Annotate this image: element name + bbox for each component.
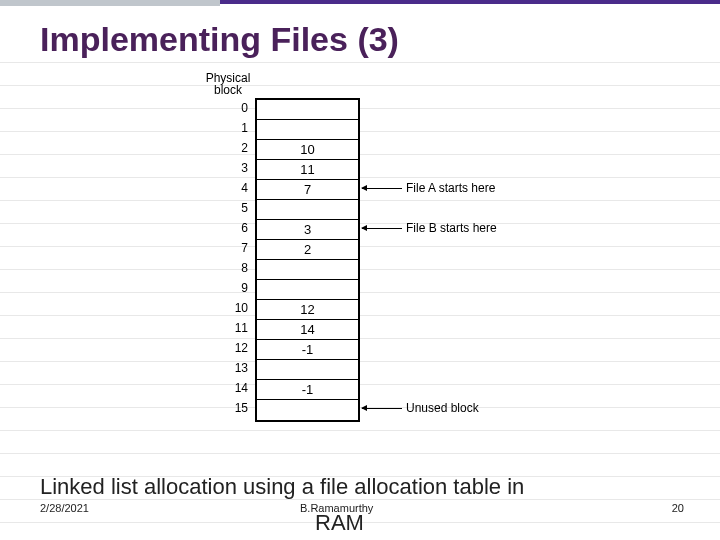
arrow-left-icon	[362, 408, 402, 409]
row-index: 10	[230, 298, 252, 318]
column-header-line2: block	[214, 83, 242, 97]
row-index: 2	[230, 138, 252, 158]
row-index: 7	[230, 238, 252, 258]
row-index: 3	[230, 158, 252, 178]
annotation-text: File A starts here	[406, 181, 495, 195]
slide-top-border	[0, 0, 720, 10]
table-row	[257, 100, 358, 120]
table-row: -1	[257, 340, 358, 360]
annotation-file-a: File A starts here	[362, 181, 495, 195]
table-row	[257, 260, 358, 280]
table-row: 11	[257, 160, 358, 180]
table-row	[257, 360, 358, 380]
row-index-labels: 0 1 2 3 4 5 6 7 8 9 10 11 12 13 14 15	[230, 98, 252, 418]
footer-author: B.Ramamurthy	[300, 502, 373, 514]
annotation-text: Unused block	[406, 401, 479, 415]
row-index: 15	[230, 398, 252, 418]
annotation-text: File B starts here	[406, 221, 497, 235]
column-header: Physical block	[188, 72, 268, 96]
caption-line1: Linked list allocation using a file allo…	[40, 474, 700, 500]
table-row: 7	[257, 180, 358, 200]
fat-table: 10 11 7 3 2 12 14 -1 -1	[255, 98, 360, 422]
annotation-file-b: File B starts here	[362, 221, 497, 235]
fat-figure: Physical block 0 1 2 3 4 5 6 7 8 9 10 11…	[200, 78, 540, 448]
row-index: 11	[230, 318, 252, 338]
table-row	[257, 120, 358, 140]
row-index: 14	[230, 378, 252, 398]
table-row	[257, 280, 358, 300]
slide-title: Implementing Files (3)	[40, 20, 399, 59]
row-index: 1	[230, 118, 252, 138]
table-row: 10	[257, 140, 358, 160]
row-index: 12	[230, 338, 252, 358]
row-index: 13	[230, 358, 252, 378]
arrow-left-icon	[362, 228, 402, 229]
row-index: 6	[230, 218, 252, 238]
table-row: 3	[257, 220, 358, 240]
row-index: 0	[230, 98, 252, 118]
row-index: 9	[230, 278, 252, 298]
row-index: 5	[230, 198, 252, 218]
table-row: 12	[257, 300, 358, 320]
table-row: -1	[257, 380, 358, 400]
table-row: 2	[257, 240, 358, 260]
annotation-unused: Unused block	[362, 401, 479, 415]
footer-page-number: 20	[672, 502, 684, 514]
footer-date: 2/28/2021	[40, 502, 89, 514]
arrow-left-icon	[362, 188, 402, 189]
table-row	[257, 200, 358, 220]
row-index: 8	[230, 258, 252, 278]
row-index: 4	[230, 178, 252, 198]
table-row: 14	[257, 320, 358, 340]
table-row	[257, 400, 358, 420]
